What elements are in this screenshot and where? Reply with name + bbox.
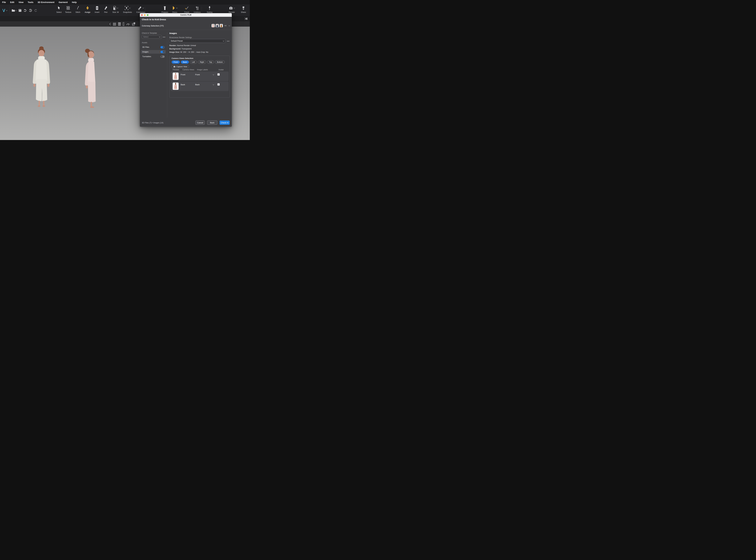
asset-label: 3D Files xyxy=(142,46,149,48)
tool-label: Share xyxy=(241,11,246,13)
tool-insert[interactable]: Insert xyxy=(93,5,102,15)
asset-row-3d-files[interactable]: 3D Files xyxy=(141,45,166,49)
chevron-down-icon[interactable] xyxy=(213,74,214,75)
scale-view-icon[interactable] xyxy=(132,22,136,26)
insert-icon xyxy=(96,5,98,11)
colorway-thumb-pink xyxy=(212,24,215,27)
grid-icon[interactable] xyxy=(113,22,116,26)
3d-files-toggle[interactable] xyxy=(160,46,165,48)
images-toggle[interactable] xyxy=(160,51,165,53)
camera-view-pill-right[interactable]: Right xyxy=(198,60,206,64)
window-titlebar[interactable]: Centric PLM xyxy=(140,13,232,17)
chevron-down-icon xyxy=(233,7,235,8)
vstitcher-app-window: File Edit View Tools 3D Environment Garm… xyxy=(0,0,250,140)
tool-snapshots[interactable]: Snapshots xyxy=(121,5,134,15)
image-size-label: Image Size: xyxy=(170,51,180,53)
image-label-cell[interactable]: Back xyxy=(195,83,200,86)
orbit-rotate-icon[interactable] xyxy=(126,22,130,26)
collapse-left-icon[interactable] xyxy=(109,22,111,25)
colorways-icon xyxy=(138,6,142,10)
chevron-down-icon xyxy=(6,9,7,11)
tool-label: Prepare xyxy=(161,11,168,13)
menu-help[interactable]: Help xyxy=(72,1,77,3)
menu-garment[interactable]: Garment xyxy=(59,1,68,3)
tool-label: Pen xyxy=(104,11,107,13)
render-preset-select[interactable]: Default Preset xyxy=(170,39,225,43)
avatar-checkbox-back[interactable]: ✓ xyxy=(217,83,220,85)
preview-thumbnail-front xyxy=(173,73,179,80)
back-button[interactable]: Back xyxy=(207,120,217,125)
tool-select[interactable]: Select xyxy=(55,5,63,15)
avatar-checkbox-front[interactable]: ✓ xyxy=(217,73,220,76)
tool-label: Finish xyxy=(184,11,189,13)
styling-brush-icon xyxy=(208,5,211,11)
centric-plm-window: Centric PLM Check In to Knit Dress Color… xyxy=(140,13,232,127)
background-gradient-icon[interactable] xyxy=(118,22,121,26)
app-logo-button[interactable] xyxy=(2,8,7,13)
menu-tools[interactable]: Tools xyxy=(28,1,34,3)
image-size-width: W: 250 xyxy=(180,51,186,53)
capture-view-button[interactable]: Capture View xyxy=(172,65,189,68)
tool-label: Select xyxy=(56,11,62,13)
save-button[interactable] xyxy=(19,9,21,12)
checkin-template-select[interactable]: Select xyxy=(142,35,162,39)
undo-button[interactable] xyxy=(24,9,26,12)
camera-view-pill-back[interactable]: Back xyxy=(181,60,189,64)
colorway-more-count: +4 xyxy=(224,25,226,27)
redo-icon xyxy=(34,9,37,12)
menu-edit[interactable]: Edit xyxy=(10,1,14,3)
render-value: Normal Render Unreal xyxy=(177,44,196,46)
action-share[interactable]: Share xyxy=(239,5,248,15)
collapse-panel-button[interactable] xyxy=(244,18,248,20)
preset-more-options-button[interactable]: ••• xyxy=(227,40,230,42)
redo-button[interactable] xyxy=(34,9,37,12)
menu-view[interactable]: View xyxy=(18,1,23,3)
history-button[interactable] xyxy=(29,9,32,12)
cancel-button[interactable]: Cancel xyxy=(196,120,205,125)
colorway-selection-row[interactable]: Colorway Selection (7/7) +4 xyxy=(140,22,232,29)
tool-label: Dress xyxy=(172,11,177,13)
checkin-template-placeholder: Select xyxy=(143,36,159,38)
table-row-back[interactable]: Back Back ✓ xyxy=(171,81,228,91)
preview-thumbnail-back xyxy=(173,83,179,90)
render-preset-value: Default Preset xyxy=(171,40,223,42)
undo-icon xyxy=(24,9,26,12)
camera-view-pill-bottom[interactable]: Bottom xyxy=(215,60,225,64)
camera-view-pill-top[interactable]: Top xyxy=(207,60,214,64)
col-header-image-labels: Image Labels xyxy=(197,68,208,71)
camera-view-cell: Front xyxy=(181,74,185,76)
capture-view-label: Capture View xyxy=(176,66,187,68)
open-file-button[interactable] xyxy=(12,9,17,12)
tool-label: Undress xyxy=(194,11,201,13)
tool-label: Stitch xyxy=(76,11,80,13)
camera-view-pill-left[interactable]: Left xyxy=(190,60,197,64)
image-size-height: H: 250 xyxy=(188,51,194,53)
tool-label: Colorways xyxy=(136,11,145,13)
avatar-side-view xyxy=(80,48,103,124)
turntables-toggle[interactable] xyxy=(160,56,165,58)
pen-nib-icon xyxy=(104,5,107,11)
ruler-icon[interactable] xyxy=(123,22,124,26)
tool-assign[interactable]: Assign xyxy=(83,5,92,15)
tool-stitch[interactable]: Stitch xyxy=(73,5,83,15)
camera-view-pill-front[interactable]: Front xyxy=(172,60,180,64)
tool-size[interactable]: Size: M xyxy=(110,5,121,15)
camera-icon xyxy=(174,66,175,67)
tool-texture[interactable]: Texture xyxy=(63,5,73,15)
template-more-options-button[interactable]: ••• xyxy=(163,36,165,38)
chevron-down-icon xyxy=(142,7,144,8)
menu-3d-environment[interactable]: 3D Environment xyxy=(38,1,55,3)
image-size-autocrop: Auto Crop: No xyxy=(196,51,208,53)
col-header-preview: Preview xyxy=(173,68,179,71)
chevron-down-icon[interactable] xyxy=(213,84,214,85)
image-label-cell[interactable]: Front xyxy=(195,74,200,76)
asset-row-images[interactable]: Images xyxy=(141,50,166,54)
tool-pen[interactable]: Pen xyxy=(102,5,110,15)
images-panel-heading: Images xyxy=(170,32,177,35)
menu-file[interactable]: File xyxy=(2,1,6,3)
finish-check-icon xyxy=(185,5,189,11)
check-in-button[interactable]: Check In xyxy=(220,120,230,125)
chevron-down-icon[interactable] xyxy=(228,25,230,26)
table-row-front[interactable]: Front Front ✓ xyxy=(171,72,228,81)
asset-row-turntables[interactable]: Turntables xyxy=(141,55,166,58)
